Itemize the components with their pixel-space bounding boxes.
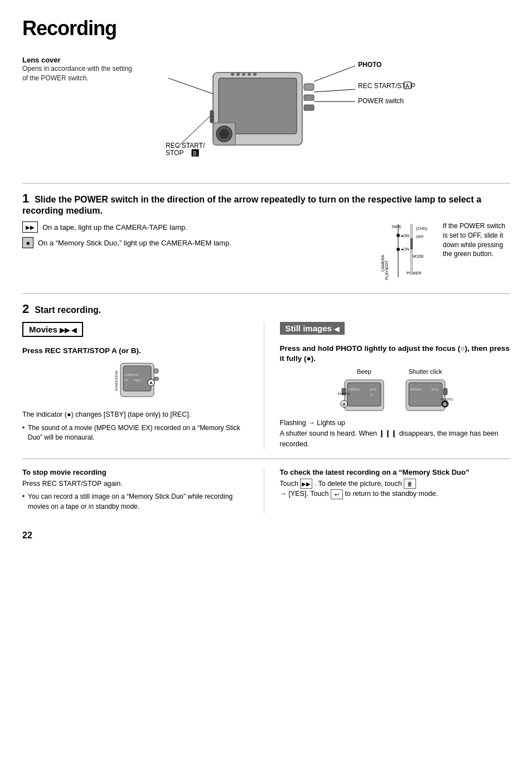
- step2-columns: Movies ▶▶ ◀ Press REC START/STOP A (or B…: [22, 322, 510, 450]
- svg-point-6: [231, 73, 234, 76]
- svg-point-31: [396, 234, 400, 237]
- svg-text:●ON: ●ON: [401, 247, 409, 251]
- touch-label: Touch: [280, 480, 298, 488]
- svg-point-32: [396, 248, 400, 251]
- step2-number: 2: [22, 302, 29, 316]
- svg-text:PLAY/EDIT: PLAY/EDIT: [385, 260, 389, 280]
- svg-text:PHOTO: PHOTO: [338, 392, 350, 396]
- step1-content: ▶▶ On a tape, light up the CAMERA-TAPE l…: [22, 221, 510, 285]
- check-title: To check the latest recording on a “Memo…: [280, 468, 510, 476]
- shutter-box: Shutter click PHOTO B GB60min 30:62: [398, 368, 453, 413]
- beep-box: Beep PHOTO A GB60min 30:62 TC: [336, 368, 392, 413]
- svg-rect-44: [154, 369, 158, 373]
- svg-rect-53: [347, 383, 381, 406]
- svg-text:●ON: ●ON: [401, 234, 409, 238]
- step-1: 1 Slide the POWER switch in the directio…: [22, 191, 510, 285]
- svg-text:A: A: [405, 83, 409, 89]
- flashing-text: Flashing → Lights up: [280, 419, 345, 427]
- svg-text:POWER switch: POWER switch: [358, 97, 404, 105]
- movies-header: Movies ▶▶ ◀: [22, 322, 83, 337]
- stop-recording-section: To stop movie recording Press REC START/…: [22, 468, 264, 514]
- svg-point-10: [253, 73, 257, 76]
- movies-section: Movies ▶▶ ◀ Press REC START/STOP A (or B…: [22, 322, 264, 450]
- lens-desc: Opens in accordance with the setting of …: [22, 64, 134, 83]
- svg-line-15: [314, 66, 355, 81]
- diagram-area: Lens cover Opens in accordance with the …: [22, 50, 510, 173]
- svg-line-0: [168, 78, 216, 95]
- check-body1: . To delete the picture, touch: [315, 480, 402, 488]
- still-header-label: Still images: [286, 324, 332, 333]
- step2-title: Start recording.: [35, 305, 101, 315]
- movies-icons: ▶▶ ◀: [60, 326, 76, 334]
- svg-rect-63: [443, 388, 447, 395]
- tape-icon: ▶▶: [22, 221, 38, 233]
- svg-point-7: [236, 73, 240, 76]
- still-header: Still images ◀: [280, 322, 345, 335]
- bottom-section: To stop movie recording Press REC START/…: [22, 468, 510, 514]
- mem-icon: ■: [22, 237, 33, 248]
- divider-1: [22, 183, 510, 184]
- check-body2: → [YES]. Touch: [280, 490, 329, 498]
- check-icon: ▶▶: [300, 479, 312, 489]
- stop-title: To stop movie recording: [22, 468, 253, 476]
- svg-text:TC: TC: [370, 393, 374, 397]
- power-info: If the POWER switch is set to OFF, slide…: [443, 221, 510, 259]
- svg-rect-62: [409, 383, 442, 406]
- svg-text:D: D: [125, 378, 128, 382]
- svg-line-17: [314, 89, 355, 92]
- svg-text:PHOTO: PHOTO: [358, 61, 381, 69]
- shutter-label: Shutter click: [409, 368, 442, 375]
- step1-title: Slide the POWER switch in the direction …: [22, 195, 481, 215]
- beep-shutter-row: Beep PHOTO A GB60min 30:62 TC: [280, 368, 510, 413]
- page-title: Recording: [22, 17, 510, 40]
- svg-rect-45: [154, 377, 158, 380]
- svg-text:REC: REC: [134, 379, 142, 382]
- svg-rect-41: [410, 238, 413, 249]
- svg-text:30:62: 30:62: [431, 388, 438, 391]
- svg-text:A: A: [149, 380, 153, 385]
- svg-text:STOP: STOP: [166, 149, 183, 157]
- movies-bullet: The sound of a movie (MPEG MOVIE EX) rec…: [22, 423, 253, 443]
- still-header-box: Still images ◀: [280, 322, 510, 339]
- movies-camera-svg: START/STOP GB60min REC D A: [104, 360, 171, 405]
- svg-text:B: B: [193, 151, 197, 157]
- svg-text:A: A: [342, 402, 346, 407]
- svg-rect-5: [304, 105, 314, 110]
- svg-text:MODE: MODE: [412, 254, 424, 258]
- power-switch-diagram: CAMERA TAPE ●ON ●ON PLAY/EDIT MODE OFF (…: [381, 221, 432, 285]
- beep-camera-svg: PHOTO A GB60min 30:62 TC: [336, 377, 392, 413]
- step-2: 2 Start recording. Movies ▶▶ ◀ Press REC…: [22, 302, 510, 450]
- svg-text:POWER: POWER: [407, 271, 421, 275]
- svg-text:START/STOP: START/STOP: [115, 370, 118, 391]
- svg-text:GB60min: GB60min: [410, 388, 422, 391]
- svg-text:(CHG): (CHG): [416, 226, 427, 231]
- check-recording-section: To check the latest recording on a “Memo…: [278, 468, 510, 514]
- divider-2: [22, 293, 510, 294]
- still-section: Still images ◀ Press and hold PHOTO ligh…: [278, 322, 510, 450]
- camera-svg-area: PHOTO REC START/STOP A POWER switch REC …: [134, 50, 510, 167]
- svg-text:B: B: [443, 402, 447, 407]
- svg-rect-14: [210, 110, 214, 123]
- beep-label: Beep: [357, 368, 371, 375]
- movies-body1: The indicator (●) changes [STBY] (tape o…: [22, 409, 253, 420]
- divider-3: [22, 459, 510, 459]
- tape-text: On a tape, light up the CAMERA-TAPE lamp…: [42, 223, 187, 232]
- still-icon: ◀: [334, 325, 339, 333]
- movies-header-label: Movies: [29, 325, 57, 334]
- svg-point-13: [219, 129, 229, 139]
- delete-icon: 🗑: [404, 479, 416, 489]
- still-subtitle: Press and hold PHOTO lightly to adjust t…: [280, 344, 510, 364]
- step1-header: 1 Slide the POWER switch in the directio…: [22, 191, 510, 216]
- step2-header: 2 Start recording.: [22, 302, 510, 316]
- svg-text:REC START/: REC START/: [166, 142, 205, 150]
- svg-rect-4: [304, 95, 314, 100]
- flashing-note: Flashing → Lights up A shutter sound is …: [280, 418, 510, 449]
- movies-header-box: Movies ▶▶ ◀: [22, 322, 253, 341]
- svg-text:PHOTO: PHOTO: [441, 398, 453, 401]
- step1-number: 1: [22, 191, 29, 205]
- flashing-body: A shutter sound is heard. When ❙❙❙ disap…: [280, 430, 499, 448]
- return-icon: ↩: [331, 489, 343, 499]
- stop-bullet: You can record a still image on a “Memor…: [22, 492, 253, 512]
- camera-diagram-svg: PHOTO REC START/STOP A POWER switch REC …: [166, 50, 478, 167]
- svg-point-8: [242, 73, 245, 76]
